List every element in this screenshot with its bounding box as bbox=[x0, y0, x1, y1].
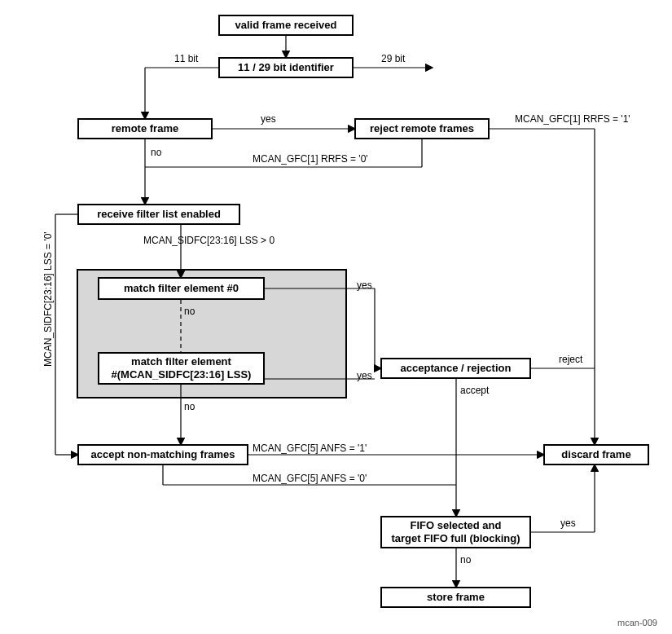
label-yes-remote: yes bbox=[261, 113, 276, 125]
box-match-0: match filter element #0 bbox=[98, 277, 265, 300]
label-no-match0: no bbox=[184, 306, 195, 317]
label-reject: reject bbox=[559, 354, 582, 365]
label-no-matchn: no bbox=[184, 401, 195, 412]
label-accept: accept bbox=[460, 385, 489, 396]
label-anfs0: MCAN_GFC[5] ANFS = '0' bbox=[253, 473, 367, 484]
box-discard: discard frame bbox=[543, 444, 649, 465]
label-lss-eq0: MCAN_SIDFC[23:16] LSS = '0' bbox=[42, 231, 54, 367]
box-valid-frame: valid frame received bbox=[218, 15, 354, 36]
label-11bit: 11 bit bbox=[174, 53, 198, 64]
label-yes-fifo: yes bbox=[560, 517, 576, 529]
box-remote-frame: remote frame bbox=[77, 118, 213, 139]
label-no-fifo: no bbox=[460, 554, 471, 566]
box-reject-remote: reject remote frames bbox=[354, 118, 490, 139]
label-yes-matchn: yes bbox=[357, 370, 372, 381]
box-acceptance-rejection: acceptance / rejection bbox=[380, 358, 531, 379]
label-yes-match0: yes bbox=[357, 280, 372, 291]
box-match-n: match filter element #(MCAN_SIDFC[23:16]… bbox=[98, 352, 265, 385]
label-rrfs1: MCAN_GFC[1] RRFS = '1' bbox=[515, 113, 630, 125]
box-identifier: 11 / 29 bit identifier bbox=[218, 57, 354, 78]
footer-id: mcan-009 bbox=[617, 618, 657, 627]
box-fifo: FIFO selected and target FIFO full (bloc… bbox=[380, 516, 531, 548]
box-store: store frame bbox=[380, 587, 531, 608]
label-lss-gt0: MCAN_SIDFC[23:16] LSS > 0 bbox=[143, 235, 275, 246]
label-rrfs0: MCAN_GFC[1] RRFS = '0' bbox=[253, 153, 368, 165]
box-filter-enabled: receive filter list enabled bbox=[77, 204, 240, 225]
label-anfs1: MCAN_GFC[5] ANFS = '1' bbox=[253, 442, 367, 454]
label-no-remote: no bbox=[151, 147, 161, 158]
label-29bit: 29 bit bbox=[381, 53, 405, 64]
flowchart-canvas: valid frame received 11 / 29 bit identif… bbox=[0, 0, 672, 634]
box-accept-nonmatch: accept non-matching frames bbox=[77, 444, 248, 465]
